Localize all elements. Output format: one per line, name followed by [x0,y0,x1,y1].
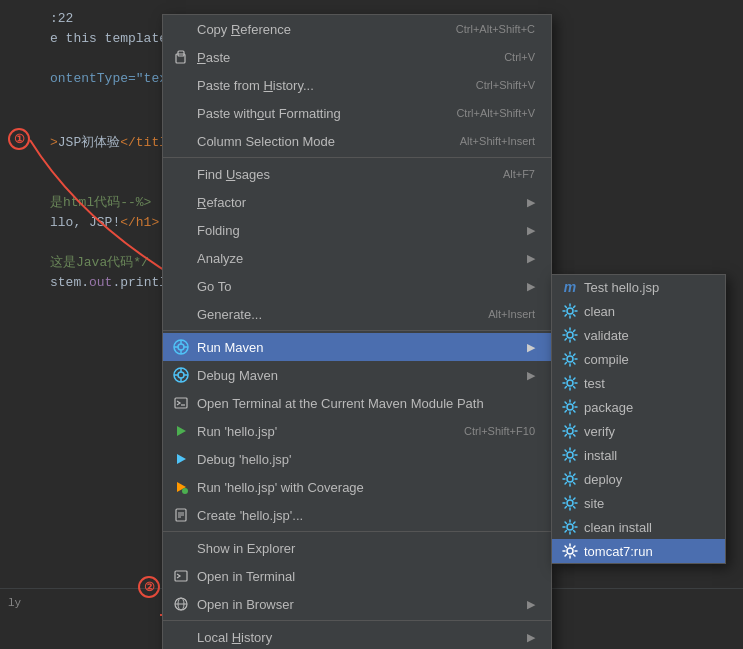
submenu-install[interactable]: install [552,443,725,467]
svg-point-30 [567,308,573,314]
terminal-maven-icon [171,393,191,413]
svg-point-35 [567,428,573,434]
folding-icon [171,220,191,240]
gear-compile-icon [562,351,578,367]
svg-point-38 [567,500,573,506]
menu-run-coverage[interactable]: Run 'hello.jsp' with Coverage [163,473,551,501]
gear-site-icon [562,495,578,511]
terminal-icon [171,566,191,586]
gear-test-icon [562,375,578,391]
svg-point-33 [567,380,573,386]
analyze-icon [171,248,191,268]
menu-generate[interactable]: Generate... Alt+Insert [163,300,551,328]
coverage-icon [171,477,191,497]
generate-icon [171,304,191,324]
separator-2 [163,330,551,331]
browser-icon [171,594,191,614]
menu-paste[interactable]: Paste Ctrl+V [163,43,551,71]
menu-copy-reference[interactable]: Copy Reference Ctrl+Alt+Shift+C [163,15,551,43]
svg-point-37 [567,476,573,482]
menu-open-browser[interactable]: Open in Browser ▶ [163,590,551,618]
submenu-compile[interactable]: compile [552,347,725,371]
submenu-package[interactable]: package [552,395,725,419]
menu-run-hello[interactable]: Run 'hello.jsp' Ctrl+Shift+F10 [163,417,551,445]
annotation-circle-1: ① [8,128,30,150]
submenu-deploy[interactable]: deploy [552,467,725,491]
separator-4 [163,620,551,621]
menu-refactor[interactable]: Refactor ▶ [163,188,551,216]
menu-paste-history[interactable]: Paste from History... Ctrl+Shift+V [163,71,551,99]
submenu-test-hello[interactable]: m Test hello.jsp [552,275,725,299]
gear-clean-install-icon [562,519,578,535]
submenu-clean[interactable]: clean [552,299,725,323]
annotation-circle-2: ② [138,576,160,598]
svg-point-32 [567,356,573,362]
gear-verify-icon [562,423,578,439]
run-maven-icon [171,337,191,357]
gear-package-icon [562,399,578,415]
svg-point-39 [567,524,573,530]
explorer-icon [171,538,191,558]
separator-1 [163,157,551,158]
gear-deploy-icon [562,471,578,487]
debug-hello-icon [171,449,191,469]
gear-tomcat-icon [562,543,578,559]
submenu-site[interactable]: site [552,491,725,515]
menu-debug-maven[interactable]: Debug Maven ▶ [163,361,551,389]
menu-find-usages[interactable]: Find Usages Alt+F7 [163,160,551,188]
menu-open-terminal-maven[interactable]: Open Terminal at the Current Maven Modul… [163,389,551,417]
menu-folding[interactable]: Folding ▶ [163,216,551,244]
svg-point-5 [178,344,184,350]
svg-point-11 [178,372,184,378]
svg-point-36 [567,452,573,458]
svg-point-21 [182,488,188,494]
paste-icon [171,47,191,67]
gear-install-icon [562,447,578,463]
find-icon [171,164,191,184]
menu-debug-hello[interactable]: Debug 'hello.jsp' [163,445,551,473]
menu-create-hello[interactable]: Create 'hello.jsp'... [163,501,551,529]
gear-clean-icon [562,303,578,319]
maven-m-icon: m [562,279,578,295]
menu-show-explorer[interactable]: Show in Explorer [163,534,551,562]
svg-point-34 [567,404,573,410]
goto-icon [171,276,191,296]
run-hello-icon [171,421,191,441]
submenu-test[interactable]: test [552,371,725,395]
menu-paste-no-format[interactable]: Paste without Formatting Ctrl+Alt+Shift+… [163,99,551,127]
submenu-tomcat7-run[interactable]: tomcat7:run [552,539,725,563]
refactor-icon [171,192,191,212]
svg-point-40 [567,548,573,554]
submenu-verify[interactable]: verify [552,419,725,443]
menu-run-maven[interactable]: Run Maven ▶ [163,333,551,361]
svg-marker-18 [177,426,186,436]
menu-local-history[interactable]: Local History ▶ [163,623,551,649]
menu-analyze[interactable]: Analyze ▶ [163,244,551,272]
debug-maven-icon [171,365,191,385]
paste-noformat-icon [171,103,191,123]
submenu-clean-install[interactable]: clean install [552,515,725,539]
paste-history-icon [171,75,191,95]
create-icon [171,505,191,525]
copy-icon [171,19,191,39]
context-menu: Copy Reference Ctrl+Alt+Shift+C Paste Ct… [162,14,552,649]
gear-validate-icon [562,327,578,343]
svg-marker-19 [177,454,186,464]
history-icon [171,627,191,647]
run-maven-submenu: m Test hello.jsp clean validate compile … [551,274,726,564]
column-icon [171,131,191,151]
menu-goto[interactable]: Go To ▶ [163,272,551,300]
svg-point-31 [567,332,573,338]
submenu-validate[interactable]: validate [552,323,725,347]
separator-3 [163,531,551,532]
menu-column-selection[interactable]: Column Selection Mode Alt+Shift+Insert [163,127,551,155]
menu-open-terminal[interactable]: Open in Terminal [163,562,551,590]
